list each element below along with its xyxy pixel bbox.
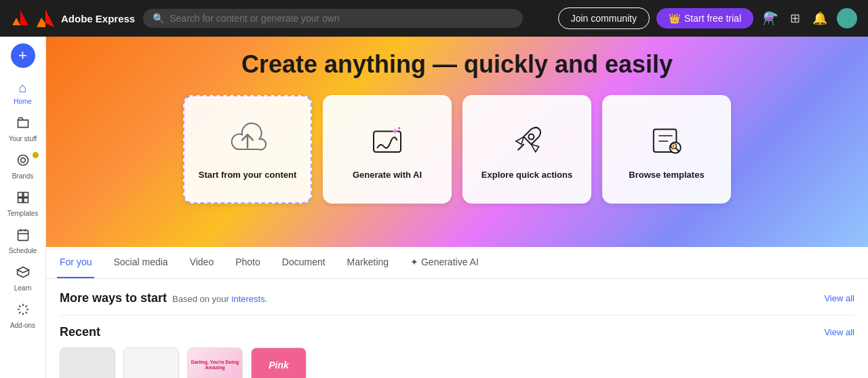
browse-templates-icon: [645, 119, 688, 163]
main-layout: + ⌂ Home Your stuff Brands Templates: [0, 37, 868, 378]
tabs-bar: For you Social media Video Photo Documen…: [46, 247, 868, 279]
sidebar-home-label: Home: [14, 98, 32, 105]
sidebar-learn-label: Learn: [14, 284, 32, 292]
explore-quick-actions-card[interactable]: Explore quick actions: [462, 95, 591, 204]
browse-templates-label: Browse templates: [623, 170, 709, 180]
sidebar: + ⌂ Home Your stuff Brands Templates: [0, 37, 46, 378]
svg-rect-17: [374, 131, 401, 151]
start-trial-button[interactable]: 👑 Start free trial: [656, 8, 753, 29]
svg-marker-5: [37, 18, 45, 27]
interests-link[interactable]: interests.: [232, 294, 268, 304]
sidebar-schedule-label: Schedule: [9, 247, 37, 254]
recent-view-all[interactable]: View all: [824, 327, 854, 337]
svg-point-19: [528, 134, 534, 139]
addons-icon: [16, 303, 30, 320]
user-avatar[interactable]: [837, 8, 857, 29]
svg-marker-4: [45, 10, 54, 27]
app-title: Adobe Express: [61, 13, 135, 24]
generate-ai-card[interactable]: Generate with AI: [323, 95, 452, 204]
more-ways-view-all[interactable]: View all: [824, 293, 854, 303]
svg-point-7: [18, 155, 28, 166]
svg-rect-11: [18, 198, 22, 203]
tab-generative-ai[interactable]: ✦ Generative AI: [408, 247, 481, 278]
sidebar-item-templates[interactable]: Templates: [3, 187, 43, 221]
tab-marketing[interactable]: Marketing: [344, 247, 391, 278]
hero-cards: Start from your content Generate with AI: [183, 95, 731, 204]
tab-for-you[interactable]: For you: [57, 247, 94, 278]
upload-cloud-icon: [226, 119, 269, 163]
start-from-content-card[interactable]: Start from your content: [183, 95, 312, 204]
brands-badge: [33, 152, 39, 158]
more-ways-title: More ways to start: [60, 291, 167, 305]
upload-card-label: Start from your content: [193, 170, 302, 180]
more-ways-header: More ways to start Based on your interes…: [60, 291, 854, 305]
home-icon: ⌂: [18, 80, 26, 96]
tab-photo[interactable]: Photo: [233, 247, 263, 278]
recent-item-darling[interactable]: Darling, You're Doing Amazing: [187, 347, 243, 378]
adobe-logo-icon: [35, 8, 56, 29]
more-ways-title-group: More ways to start Based on your interes…: [60, 291, 267, 305]
tab-video[interactable]: Video: [187, 247, 217, 278]
labs-icon[interactable]: ⚗️: [760, 8, 781, 29]
tab-document[interactable]: Document: [279, 247, 328, 278]
notifications-icon[interactable]: 🔔: [810, 8, 830, 29]
create-button[interactable]: +: [11, 43, 35, 68]
learn-icon: [16, 265, 30, 282]
darling-text: Darling, You're Doing Amazing: [191, 360, 239, 371]
sidebar-item-schedule[interactable]: Schedule: [3, 224, 43, 259]
top-navigation: Adobe Express 🔍 Join community 👑 Start f…: [0, 0, 868, 37]
tab-social-media[interactable]: Social media: [111, 247, 170, 278]
join-community-button[interactable]: Join community: [558, 7, 650, 29]
recent-title: Recent: [60, 325, 100, 339]
search-input[interactable]: [170, 13, 513, 24]
sidebar-addons-label: Add-ons: [10, 322, 35, 329]
sidebar-item-addons[interactable]: Add-ons: [3, 299, 43, 333]
sidebar-item-your-stuff[interactable]: Your stuff: [3, 112, 43, 147]
svg-point-8: [20, 158, 25, 163]
brands-icon: [16, 153, 30, 170]
ai-generate-icon: [366, 119, 409, 163]
sidebar-item-learn[interactable]: Learn: [3, 261, 43, 296]
svg-rect-9: [18, 193, 22, 197]
svg-marker-1: [12, 18, 20, 25]
main-content: Create anything — quickly and easily Sta…: [46, 37, 868, 378]
search-bar[interactable]: 🔍: [143, 9, 523, 28]
svg-marker-0: [20, 10, 28, 25]
browse-templates-card[interactable]: Browse templates: [602, 95, 731, 204]
trial-label: Start free trial: [684, 13, 741, 24]
recent-item-blank2[interactable]: [123, 347, 179, 378]
recent-item-blank1[interactable]: [60, 347, 115, 378]
recent-item-pink[interactable]: Pink: [251, 347, 307, 378]
section-divider: [60, 315, 854, 316]
sidebar-yourstuff-label: Your stuff: [9, 135, 37, 143]
rocket-icon: [505, 119, 549, 163]
apps-icon[interactable]: ⊞: [787, 8, 803, 29]
logo-area[interactable]: Adobe Express: [11, 8, 135, 29]
hero-section: Create anything — quickly and easily Sta…: [46, 37, 868, 247]
recent-items-row: Darling, You're Doing Amazing Pink: [60, 347, 854, 378]
sidebar-item-home[interactable]: ⌂ Home: [3, 76, 43, 109]
sidebar-item-brands[interactable]: Brands: [3, 149, 43, 184]
nav-right-actions: Join community 👑 Start free trial ⚗️ ⊞ 🔔: [558, 7, 857, 29]
content-area: More ways to start Based on your interes…: [46, 279, 868, 378]
adobe-logo-icon: [11, 9, 30, 28]
pink-text: Pink: [269, 360, 289, 371]
svg-rect-13: [18, 230, 28, 240]
sidebar-templates-label: Templates: [7, 210, 39, 217]
sidebar-brands-label: Brands: [12, 172, 34, 180]
more-ways-subtitle: Based on your interests.: [172, 294, 267, 304]
search-icon: 🔍: [153, 13, 164, 24]
templates-icon: [16, 191, 30, 208]
crown-icon: 👑: [669, 13, 680, 24]
folder-icon: [16, 116, 30, 133]
hero-title: Create anything — quickly and easily: [241, 50, 673, 79]
quick-actions-label: Explore quick actions: [476, 170, 578, 180]
svg-rect-12: [23, 198, 28, 203]
svg-rect-10: [23, 193, 28, 197]
schedule-icon: [16, 228, 30, 245]
ai-card-label: Generate with AI: [347, 170, 427, 180]
svg-point-18: [398, 127, 400, 129]
recent-header: Recent View all: [60, 325, 854, 339]
